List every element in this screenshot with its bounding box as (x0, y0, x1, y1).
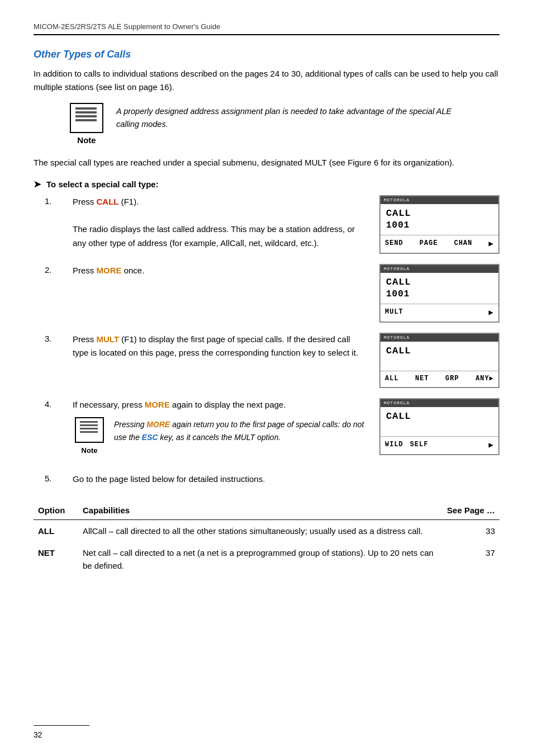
page-footer: 32 (34, 725, 89, 739)
intro-text: In addition to calls to individual stati… (34, 67, 499, 94)
step-1-with-display: Press CALL (F1). The radio displays the … (73, 195, 499, 254)
step-1-call: CALL (97, 197, 119, 206)
step-4: 4. If necessary, press MORE again to dis… (45, 398, 499, 462)
step-2-content: Press MORE once. MOTOROLA CALL 1001 MULT (73, 264, 499, 323)
procedure-heading: ➤ To select a special call type: (34, 179, 499, 190)
steps-container: 1. Press CALL (F1). The radio displays t… (45, 195, 499, 486)
section-title: Other Types of Calls (34, 49, 499, 60)
table-row: NET Net call – call directed to a net (a… (34, 542, 499, 577)
display-footer-arrow-1: ▶ (489, 238, 494, 251)
display-header-3: MOTOROLA (380, 334, 498, 342)
step-1-content: Press CALL (F1). The radio displays the … (73, 195, 499, 254)
table-page-all: 33 (438, 519, 499, 542)
note-icon-image-2 (75, 417, 104, 443)
step-1-display: MOTOROLA CALL 1001 SEND PAGE CHAN ▶ (379, 195, 499, 254)
display-body-3: CALL (380, 342, 498, 371)
step-2-text-after: once. (122, 266, 145, 275)
note-label-2: Note (82, 445, 98, 456)
display-footer-arrow-2: ▶ (489, 306, 494, 319)
note2-more: MORE (146, 420, 170, 429)
table-col2-header: Capabilities (78, 503, 438, 520)
table-capability-net: Net call – call directed to a net (a net… (78, 542, 438, 577)
display-line2-2: 1001 (386, 289, 493, 300)
display-header-text-3: MOTOROLA (384, 334, 410, 341)
display-line1-2: CALL (386, 276, 493, 289)
note-box-2: Note Pressing MORE again return you to t… (73, 417, 368, 456)
display-line1-4: CALL (386, 410, 493, 423)
step-3-text-before: Press (73, 334, 97, 344)
display-box-4: MOTOROLA CALL WILD SELF ▶ (379, 398, 499, 455)
step-3-number: 3. (45, 333, 56, 343)
display-box-1: MOTOROLA CALL 1001 SEND PAGE CHAN ▶ (379, 195, 499, 254)
body-text-1: The special call types are reached under… (34, 156, 499, 170)
step-3-left: Press MULT (F1) to display the first pag… (73, 333, 368, 361)
note2-text-after: key, as it cancels the MULT option. (158, 433, 281, 442)
display-header-1: MOTOROLA (380, 196, 498, 204)
note-box-1: Note A properly designed address assignm… (67, 103, 466, 145)
step-4-text-after: again to display the next page. (170, 400, 286, 409)
step-2-display: MOTOROLA CALL 1001 MULT ▶ (379, 264, 499, 323)
table-option-all: ALL (34, 519, 78, 542)
note-text-2: Pressing MORE again return you to the fi… (114, 417, 368, 443)
step-5-number: 5. (45, 472, 56, 483)
step-2-more: MORE (97, 266, 122, 275)
display-footer-all: ALL (385, 374, 399, 385)
step-1: 1. Press CALL (F1). The radio displays t… (45, 195, 499, 254)
note-label-1: Note (77, 135, 96, 145)
display-footer-1: SEND PAGE CHAN ▶ (380, 235, 498, 253)
display-spacer-3 (386, 357, 493, 367)
step-3-display: MOTOROLA CALL ALL NET GRP ANY▶ (379, 333, 499, 388)
step-2-with-display: Press MORE once. MOTOROLA CALL 1001 MULT (73, 264, 499, 323)
header-title: MICOM-2ES/2RS/2TS ALE Supplement to Owne… (34, 22, 220, 31)
note2-text-before: Pressing (114, 420, 146, 429)
display-footer-mult: MULT (385, 307, 403, 318)
step-1-text-after: The radio displays the last called addre… (73, 224, 355, 248)
display-footer-2: MULT ▶ (380, 304, 498, 322)
display-body-4: CALL (380, 407, 498, 436)
table-option-net: NET (34, 542, 78, 577)
display-box-2: MOTOROLA CALL 1001 MULT ▶ (379, 264, 499, 323)
display-footer-wild: WILD (385, 440, 403, 451)
display-header-4: MOTOROLA (380, 399, 498, 407)
display-footer-self: SELF (410, 440, 429, 451)
procedure-heading-text: To select a special call type: (46, 179, 159, 189)
step-4-text-before: If necessary, press (73, 400, 145, 409)
display-footer-page: PAGE (420, 238, 438, 249)
display-footer-chan: CHAN (454, 238, 473, 249)
step-2: 2. Press MORE once. MOTOROLA CALL 1001 (45, 264, 499, 323)
table-col1-header: Option (34, 503, 78, 520)
step-3-with-display: Press MULT (F1) to display the first pag… (73, 333, 499, 388)
display-header-text-4: MOTOROLA (384, 399, 410, 407)
step-4-content: If necessary, press MORE again to displa… (73, 398, 499, 462)
display-header-text-1: MOTOROLA (384, 196, 410, 204)
step-2-text-before: Press (73, 266, 97, 275)
step-1-text-before: Press (73, 197, 97, 206)
display-footer-net: NET (415, 374, 429, 385)
step-2-number: 2. (45, 264, 56, 275)
table-row: ALL AllCall – call directed to all the o… (34, 519, 499, 542)
step-3-content: Press MULT (F1) to display the first pag… (73, 333, 499, 388)
arrow-icon: ➤ (34, 179, 41, 190)
display-body-2: CALL 1001 (380, 273, 498, 304)
display-footer-send: SEND (385, 238, 403, 249)
step-4-left: If necessary, press MORE again to displa… (73, 398, 368, 462)
note2-esc: ESC (142, 433, 158, 442)
step-4-more: MORE (145, 400, 170, 409)
display-line1-3: CALL (386, 345, 493, 357)
note-icon-1: Note (67, 103, 106, 145)
display-line2-1: 1001 (386, 220, 493, 231)
display-footer-3: ALL NET GRP ANY▶ (380, 371, 498, 387)
capabilities-table: Option Capabilities See Page … ALL AllCa… (34, 503, 499, 577)
display-body-1: CALL 1001 (380, 204, 498, 235)
display-spacer-4 (386, 423, 493, 433)
page-header: MICOM-2ES/2RS/2TS ALE Supplement to Owne… (34, 22, 499, 35)
step-3-mult: MULT (97, 334, 120, 344)
table-capability-all: AllCall – call directed to all the other… (78, 519, 438, 542)
step-1-text-mid: (F1). (119, 197, 139, 206)
table-section: Option Capabilities See Page … ALL AllCa… (34, 503, 499, 577)
step-1-number: 1. (45, 195, 56, 206)
step-5: 5. Go to the page listed below for detai… (45, 472, 499, 486)
step-4-number: 4. (45, 398, 56, 409)
display-footer-4: WILD SELF ▶ (380, 436, 498, 454)
step-5-content: Go to the page listed below for detailed… (73, 472, 499, 486)
